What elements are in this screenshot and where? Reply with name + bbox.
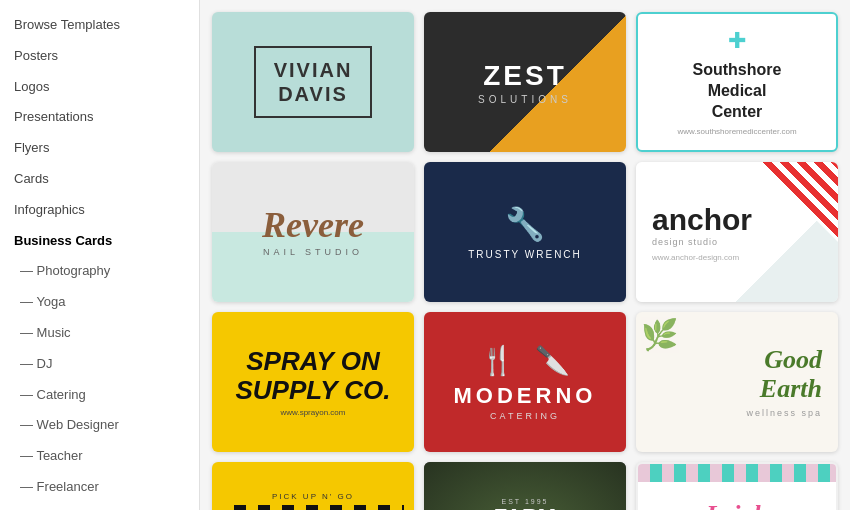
template-card-cab[interactable]: PICK UP N' GO CAB TRANSIT NEW YORK CAB S… xyxy=(212,462,414,510)
sidebar-item-infographics[interactable]: Infographics xyxy=(0,195,199,226)
template-card-farmtable[interactable]: EST 1995 FARMTO TABLE CALIFORNIA ORGANIC… xyxy=(424,462,626,510)
template-card-revere[interactable]: Revere NAIL STUDIO xyxy=(212,162,414,302)
template-card-trusty[interactable]: 🔧 TRUSTY WRENCH xyxy=(424,162,626,302)
template-card-sprayon[interactable]: SPRAY ONSUPPLY CO. www.sprayon.com xyxy=(212,312,414,452)
sidebar-item-browse-templates[interactable]: Browse Templates xyxy=(0,10,199,41)
template-card-goodearth[interactable]: 🌿 GoodEarth wellness spa xyxy=(636,312,838,452)
template-card-leigh[interactable]: Leigh Silva FREELANCE ILLUSTRATOR xyxy=(636,462,838,510)
template-card-moderno[interactable]: 🍴 🔪 MODERNO CATERING xyxy=(424,312,626,452)
fork-icon: 🍴 xyxy=(480,344,515,377)
leaves-icon: 🌿 xyxy=(641,317,678,352)
sidebar-item-dj[interactable]: — DJ xyxy=(0,349,199,380)
sidebar-item-freelancer[interactable]: — Freelancer xyxy=(0,472,199,503)
template-card-zest[interactable]: ZEST SOLUTIONS xyxy=(424,12,626,152)
template-card-anchor[interactable]: anchor design studio www.anchor-design.c… xyxy=(636,162,838,302)
sidebar-item-yoga[interactable]: — Yoga xyxy=(0,287,199,318)
sidebar-item-photography[interactable]: — Photography xyxy=(0,256,199,287)
sidebar-item-cards[interactable]: Cards xyxy=(0,164,199,195)
sidebar-item-music[interactable]: — Music xyxy=(0,318,199,349)
template-card-vivian[interactable]: VIVIANDAVIS xyxy=(212,12,414,152)
sidebar-item-business-cards[interactable]: Business Cards xyxy=(0,226,199,257)
wrench-icon: 🔧 xyxy=(505,205,545,243)
sidebar-item-flyers[interactable]: Flyers xyxy=(0,133,199,164)
template-card-southshore[interactable]: ✚ SouthshoreMedicalCenter www.southshore… xyxy=(636,12,838,152)
template-grid: VIVIANDAVIS ZEST SOLUTIONS ✚ SouthshoreM… xyxy=(212,12,838,510)
sidebar-item-teacher[interactable]: — Teacher xyxy=(0,441,199,472)
sidebar-item-posters[interactable]: Posters xyxy=(0,41,199,72)
sidebar: Browse Templates Posters Logos Presentat… xyxy=(0,0,200,510)
sidebar-item-presentations[interactable]: Presentations xyxy=(0,102,199,133)
medical-icon: ✚ xyxy=(728,28,746,54)
knife-icon: 🔪 xyxy=(535,344,570,377)
sidebar-item-catering[interactable]: — Catering xyxy=(0,380,199,411)
sidebar-item-logos[interactable]: Logos xyxy=(0,72,199,103)
template-grid-container: VIVIANDAVIS ZEST SOLUTIONS ✚ SouthshoreM… xyxy=(200,0,850,510)
sidebar-item-filmmaker[interactable]: — Filmmaker xyxy=(0,503,199,510)
sidebar-item-web-designer[interactable]: — Web Designer xyxy=(0,410,199,441)
